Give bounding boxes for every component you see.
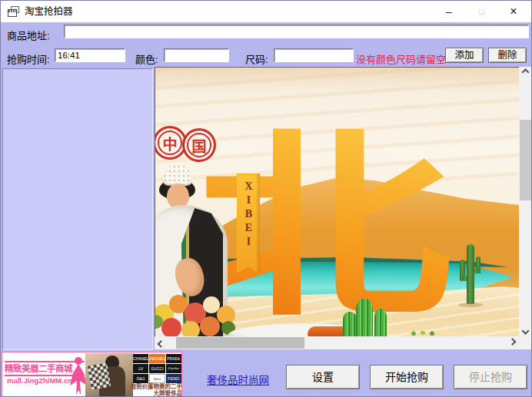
minimize-button[interactable]: –	[433, 1, 465, 22]
scroll-left-arrow[interactable]	[155, 336, 168, 349]
product-address-input[interactable]	[64, 25, 529, 38]
close-button[interactable]: ×	[497, 1, 530, 22]
settings-button[interactable]: 设置	[286, 365, 360, 389]
vertical-scrollbar	[519, 67, 532, 336]
size-label: 尺码:	[245, 51, 268, 66]
brand-logos-grid: CHANEL HERMES PRADA LV GUCCI Cartier D&G…	[133, 354, 181, 383]
xibei-ribbon: XIBEI	[237, 174, 260, 273]
desert-grass	[407, 329, 438, 336]
product-image-preview: 北 XIBEI 中 国	[155, 67, 519, 336]
task-listbox[interactable]	[2, 68, 153, 350]
color-input[interactable]	[164, 48, 229, 62]
brand-logo: Dior	[149, 374, 165, 383]
brand-logo: CHANEL	[133, 354, 148, 363]
size-input[interactable]	[274, 48, 354, 62]
add-button[interactable]: 添加	[445, 48, 484, 63]
horizontal-scroll-thumb[interactable]	[176, 337, 304, 349]
maximize-button: □	[465, 1, 497, 22]
purchase-time-input[interactable]	[55, 48, 125, 62]
small-cacti-cluster	[343, 295, 389, 336]
app-window-icon	[8, 6, 20, 17]
color-label: 颜色:	[135, 51, 158, 66]
tall-cactus	[460, 244, 483, 307]
delete-button[interactable]: 删除	[488, 48, 527, 63]
empty-hint-text: 没有颜色尺码请留空	[356, 51, 446, 66]
brand-logo: FENDI	[166, 374, 181, 383]
app-window: 淘宝抢拍器 – □ × 商品地址: 抢购时间: 颜色: 尺码: 没有颜色尺码请留…	[0, 0, 532, 397]
brand-logo: HERMES	[149, 354, 165, 363]
xibei-ribbon-text: XIBEI	[242, 180, 254, 273]
window-controls: – □ ×	[433, 1, 530, 22]
ad-banner[interactable]: 精致美眉二手商城 mall.JingZhiMM.cn CHANEL HERMES…	[2, 352, 182, 397]
brand-logo: GUCCI	[149, 364, 165, 373]
scroll-right-arrow[interactable]	[506, 336, 519, 349]
start-purchase-button[interactable]: 开始抢购	[370, 365, 444, 389]
window-title: 淘宝抢拍器	[25, 1, 73, 22]
title-bar: 淘宝抢拍器 – □ ×	[1, 1, 531, 22]
scroll-down-arrow[interactable]	[519, 323, 532, 336]
product-address-label: 商品地址:	[7, 28, 50, 42]
brand-logo: Cartier	[166, 364, 181, 373]
stop-purchase-button: 停止抢购	[454, 365, 527, 389]
horizontal-scrollbar	[155, 336, 519, 349]
scroll-up-arrow[interactable]	[519, 67, 532, 80]
vertical-scroll-thumb[interactable]	[520, 120, 531, 200]
flower-bouquet	[155, 289, 245, 336]
ad-banner-caption: 淘到价廉物美的二手 大牌奢侈品	[116, 384, 182, 397]
brand-logo: D&G	[133, 374, 148, 383]
scrollbar-corner	[519, 336, 532, 349]
purchase-time-label: 抢购时间:	[7, 51, 50, 66]
brand-logo: LV	[133, 364, 148, 373]
luxury-site-link[interactable]: 奢侈品时尚网	[207, 372, 269, 387]
stamp-guo: 国	[182, 128, 216, 162]
brand-logo: PRADA	[166, 354, 181, 363]
